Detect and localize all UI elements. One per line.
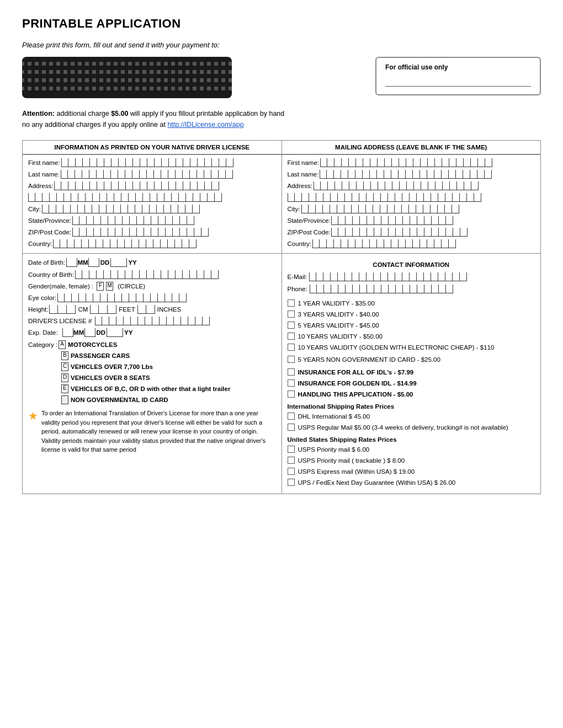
right-form-section: First name: Last name: Address: — [282, 155, 541, 253]
intl-shipping-title: International Shipping Rates Prices — [288, 403, 535, 410]
category-b-row: B PASSENGER CARS — [61, 351, 276, 360]
last-name-boxes — [61, 170, 276, 179]
state-row: State/Province: — [28, 216, 276, 225]
height-row: Height: CM FEET INCHES — [28, 305, 276, 314]
bottom-row: Date of Birth: MM DD YY Country of Birth… — [23, 254, 541, 494]
validity-checkbox-2[interactable] — [288, 322, 295, 329]
category-e-row: E VEHICLES OF B,C, OR D with other that … — [61, 384, 276, 393]
nongovt-checkbox-row: 5 YEARS NON GOVERNMENT ID CARD - $25.00 — [288, 355, 535, 364]
right-first-name-row: First name: — [288, 158, 535, 167]
insurance-checkbox-0[interactable] — [288, 368, 295, 376]
height-inches-label: INCHES — [157, 306, 181, 313]
validity-option-0: 1 YEAR VALIDITY - $35.00 — [288, 299, 535, 308]
fields-row: First name: Last name: Address: — [23, 155, 541, 254]
us-shipping-list: USPS Priority mail $ 6.00USPS Priority m… — [288, 445, 535, 487]
validity-checkbox-0[interactable] — [288, 299, 295, 307]
email-row: E-Mail: — [288, 272, 535, 281]
dob-row: Date of Birth: MM DD YY — [28, 258, 276, 267]
validity-option-1: 3 YEARS VALIDITY - $40.00 — [288, 310, 535, 319]
star-block: ★ To order an International Translation … — [28, 409, 276, 454]
right-section-header: MAILING ADDRESS (LEAVE BLANK IF THE SAME… — [282, 141, 541, 154]
country-birth-row: Country of Birth: — [28, 270, 276, 279]
insurance-option-0: INSURANCE FOR ALL OF IDL's - $7.99 — [288, 368, 535, 377]
validity-checkbox-1[interactable] — [288, 311, 295, 318]
insurance-options: INSURANCE FOR ALL OF IDL's - $7.99INSURA… — [288, 368, 535, 399]
insurance-checkbox-2[interactable] — [288, 390, 295, 398]
right-address-row2 — [288, 193, 535, 202]
validity-options: 1 YEAR VALIDITY - $35.003 YEARS VALIDITY… — [288, 299, 535, 352]
attention-block: Attention: additional charge $5.00 will … — [22, 108, 541, 130]
validity-checkbox-4[interactable] — [288, 344, 295, 351]
insurance-option-1: INSURANCE FOR GOLDEN IDL - $14.99 — [288, 379, 535, 388]
cat-id-box — [61, 395, 68, 404]
country-boxes — [53, 239, 275, 248]
us-ship-2: USPS Express mail (Within USA) $ 19.00 — [288, 467, 535, 476]
zip-row: ZIP/Post Code: — [28, 228, 276, 237]
idlicense-link[interactable]: http://IDLicense.com/app — [167, 121, 243, 129]
address-row2 — [28, 193, 276, 202]
state-boxes — [72, 216, 276, 225]
intl-ship-1: USPS Regular Mail $5.00 (3-4 weeks of de… — [288, 423, 535, 432]
gender-m-box: M — [106, 282, 113, 291]
first-name-boxes — [61, 158, 276, 167]
category-a-row: Category : A MOTORCYCLES — [28, 340, 276, 349]
left-form-section: First name: Last name: Address: — [23, 155, 282, 253]
insurance-checkbox-1[interactable] — [288, 379, 295, 387]
us-ship-3: UPS / FedEx Next Day Guarantee (Within U… — [288, 478, 535, 487]
address-row: Address: — [28, 181, 276, 190]
page-title: PRINTABLE APPLICATION — [22, 17, 541, 31]
left-section-header: INFORMATION AS PRINTED ON YOUR NATIVE DR… — [23, 141, 282, 154]
official-use-box: For official use only — [375, 57, 541, 95]
official-use-input[interactable] — [385, 76, 531, 87]
nongovt-checkbox[interactable] — [288, 356, 295, 363]
us-ship-0: USPS Priority mail $ 6.00 — [288, 445, 535, 454]
validity-option-3: 10 YEARS VALIDITY - $50.00 — [288, 332, 535, 341]
city-row: City: — [28, 205, 276, 213]
address-boxes2 — [28, 193, 276, 202]
contact-header: CONTACT INFORMATION — [288, 258, 535, 272]
validity-checkbox-3[interactable] — [288, 333, 295, 340]
star-icon: ★ — [28, 408, 38, 424]
cat-b-box: B — [61, 351, 68, 360]
cat-a-box: A — [59, 340, 66, 349]
category-id-row: NON GOVERNMENTAL ID CARD — [61, 395, 276, 404]
gender-f-box: F — [97, 282, 104, 291]
first-name-row: First name: — [28, 158, 276, 167]
right-zip-row: ZIP/Post Code: — [288, 228, 535, 237]
attention-bold: Attention: — [22, 110, 55, 117]
right-address-row: Address: — [288, 181, 535, 190]
main-form-table: INFORMATION AS PRINTED ON YOUR NATIVE DR… — [22, 140, 541, 494]
zip-boxes — [72, 228, 276, 237]
intl-shipping-section: International Shipping Rates Prices DHL … — [288, 403, 535, 432]
cat-c-box: C — [61, 362, 68, 371]
intl-shipping-list: DHL International $ 45.00USPS Regular Ma… — [288, 412, 535, 432]
gender-row: Gender(male, female) : F M (CIRCLE) — [28, 282, 276, 291]
last-name-row: Last name: — [28, 170, 276, 179]
us-shipping-section: United States Shipping Rates Prices USPS… — [288, 436, 535, 487]
intl-ship-0: DHL International $ 45.00 — [288, 412, 535, 421]
right-state-row: State/Province: — [288, 216, 535, 225]
header-row: INFORMATION AS PRINTED ON YOUR NATIVE DR… — [23, 141, 541, 155]
cat-d-box: D — [61, 373, 68, 382]
phone-row: Phone: — [288, 285, 535, 293]
category-c-row: C VEHICLES OVER 7,700 Lbs — [61, 362, 276, 371]
eye-color-row: Eye color: — [28, 293, 276, 302]
dl-row: DRIVER'S LICENSE # — [28, 317, 276, 325]
right-country-row: Country: — [288, 239, 535, 248]
us-ship-1: USPS Priority mail ( trackable ) $ 8.00 — [288, 456, 535, 465]
subtitle: Please print this form, fill out and sen… — [22, 41, 541, 49]
official-use-label: For official use only — [385, 63, 531, 71]
contact-options-section: CONTACT INFORMATION E-Mail: Phone: 1 — [282, 254, 541, 494]
validity-option-4: 10 YEARS VALIDITY (GOLDEN WITH ELECTRONI… — [288, 343, 535, 352]
keyboard-image: // Will be rendered via inline approach … — [22, 57, 232, 98]
country-row: Country: — [28, 239, 276, 248]
right-last-name-row: Last name: — [288, 170, 535, 179]
address-boxes — [54, 181, 275, 190]
top-row: // Will be rendered via inline approach … — [22, 57, 541, 98]
right-city-row: City: — [288, 205, 535, 213]
category-d-row: D VEHICLES OVER 8 SEATS — [61, 373, 276, 382]
cat-e-box: E — [61, 384, 68, 393]
city-boxes — [42, 205, 276, 213]
validity-option-2: 5 YEARS VALIDITY - $45.00 — [288, 321, 535, 330]
exp-date-row: Exp. Date: MM DD YY — [28, 328, 276, 337]
